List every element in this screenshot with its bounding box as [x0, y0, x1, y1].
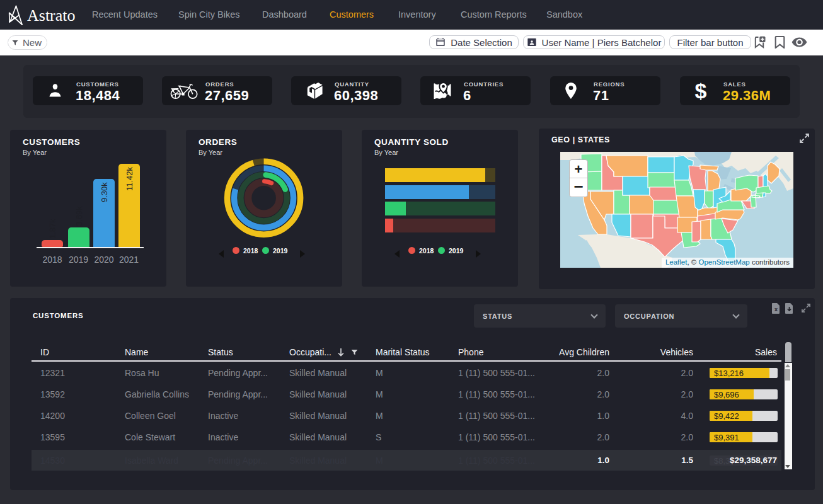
- svg-text:x: x: [774, 306, 778, 312]
